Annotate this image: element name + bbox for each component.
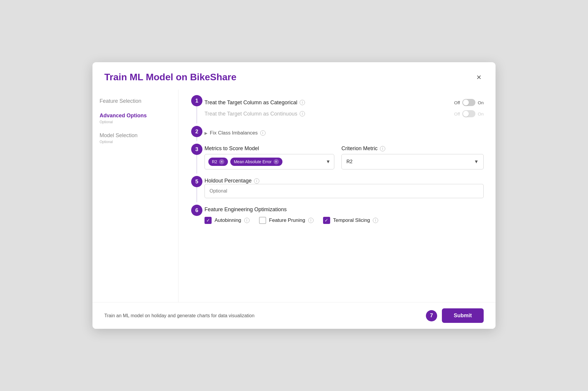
tag-mae-remove[interactable]: ×: [274, 159, 279, 164]
footer-text: Train an ML model on holiday and generat…: [104, 313, 255, 318]
step-1-left: 1: [189, 95, 204, 124]
step-1-content: Treat the Target Column as Categorical i…: [204, 95, 484, 124]
modal-header: Train ML Model on BikeShare ×: [92, 62, 496, 90]
sidebar-item-feature-selection[interactable]: Feature Selection: [100, 96, 171, 107]
step-1b-row: Treat the Target Column as Continuous i …: [204, 108, 484, 119]
criterion-value: R2: [346, 159, 352, 164]
step-3-badge: 3: [191, 144, 202, 155]
tag-r2-remove[interactable]: ×: [219, 159, 224, 164]
step-3-line: [196, 155, 197, 174]
modal-footer: Train an ML model on holiday and generat…: [92, 302, 496, 329]
step-1-line: [196, 106, 197, 124]
step-1b-toggle-wrap: Off On: [454, 110, 484, 117]
criterion-info-icon[interactable]: i: [380, 146, 385, 151]
holdout-input[interactable]: [204, 184, 484, 198]
sidebar-item-model-selection[interactable]: Model Selection Optional: [100, 130, 171, 146]
step-3-left: 3: [189, 144, 204, 174]
optional-badge: Optional: [100, 140, 171, 144]
feature-pruning-label: Feature Pruning: [269, 217, 305, 223]
step-2-line: [196, 137, 197, 141]
modal-body: Feature Selection Advanced Options Optio…: [92, 90, 496, 302]
tag-r2[interactable]: R2 ×: [208, 158, 228, 166]
step-1b-toggle[interactable]: [462, 110, 475, 117]
step-1-row: Treat the Target Column as Categorical i…: [204, 97, 484, 108]
criterion-label: Criterion Metric i: [341, 145, 484, 152]
metrics-field-group: Metrics to Score Model R2 × Mean Absolut…: [204, 145, 334, 169]
step-2-label: Fix Class Imbalances: [210, 130, 258, 136]
autobinning-info-icon[interactable]: i: [244, 218, 250, 223]
step-5-badge: 5: [191, 176, 202, 187]
step-6-content: Feature Engineering Optimizations ✓ Auto…: [204, 205, 484, 228]
criterion-field-group: Criterion Metric i R2 ▼: [341, 145, 484, 169]
step-6-wrapper: 6 Feature Engineering Optimizations ✓ Au…: [189, 205, 484, 228]
step-5-content: Holdout Percentage i: [204, 176, 484, 202]
sub-arrow-icon: ▶: [204, 131, 207, 135]
autobinning-label: Autobinning: [215, 217, 241, 223]
step-1-toggle[interactable]: [462, 99, 475, 106]
step-6-left: 6: [189, 205, 204, 228]
criterion-select[interactable]: R2 ▼: [341, 154, 484, 169]
autobinning-checkbox-item[interactable]: ✓ Autobinning i: [204, 217, 250, 224]
modal-title: Train ML Model on BikeShare: [104, 72, 237, 83]
temporal-slicing-label: Temporal Slicing: [333, 217, 370, 223]
step-1-badge: 1: [191, 95, 202, 106]
step-1-wrapper: 1 Treat the Target Column as Categorical…: [189, 95, 484, 124]
metrics-select[interactable]: R2 × Mean Absolute Error × ▼: [204, 154, 334, 169]
metrics-dropdown-arrow-icon: ▼: [326, 159, 330, 164]
feature-pruning-checkbox[interactable]: [259, 217, 266, 224]
step-2-sub-row: ▶ Fix Class Imbalances i: [204, 128, 484, 137]
step-2-content: ▶ Fix Class Imbalances i: [204, 126, 484, 141]
step-3-4-wrapper: 3 Metrics to Score Model: [189, 144, 484, 174]
content-area: 1 Treat the Target Column as Categorical…: [178, 90, 496, 302]
step-1-label: Treat the Target Column as Categorical i: [204, 97, 454, 108]
submit-button[interactable]: Submit: [442, 308, 484, 323]
metrics-criterion-row: Metrics to Score Model R2 × Mean Absolut…: [204, 145, 484, 169]
step-1b-info-icon[interactable]: i: [300, 111, 305, 116]
step-3-4-content: Metrics to Score Model R2 × Mean Absolut…: [204, 144, 484, 174]
close-button[interactable]: ×: [474, 72, 484, 83]
sidebar-item-label: Feature Selection: [100, 98, 171, 104]
feature-pruning-info-icon[interactable]: i: [308, 218, 314, 223]
sidebar: Feature Selection Advanced Options Optio…: [92, 90, 178, 302]
step-7-badge: 7: [426, 310, 437, 321]
optional-badge: Optional: [100, 120, 171, 124]
sidebar-item-label: Model Selection: [100, 132, 171, 139]
temporal-slicing-checkbox-item[interactable]: ✓ Temporal Slicing i: [323, 217, 378, 224]
step-1-toggle-knob: [463, 100, 469, 105]
step-1-info-icon[interactable]: i: [300, 100, 305, 105]
step-2-badge: 2: [191, 126, 202, 137]
tag-r2-text: R2: [212, 159, 217, 164]
feature-eng-label: Feature Engineering Optimizations: [204, 206, 484, 213]
step-2-left: 2: [189, 126, 204, 141]
sidebar-item-advanced-options[interactable]: Advanced Options Optional: [100, 110, 171, 126]
step-5-wrapper: 5 Holdout Percentage i: [189, 176, 484, 202]
holdout-label: Holdout Percentage i: [204, 178, 484, 184]
step-1b-label: Treat the Target Column as Continuous i: [204, 108, 454, 119]
step-2-info-icon[interactable]: i: [260, 130, 266, 136]
step-1-toggle-wrap: Off On: [454, 99, 484, 106]
feature-pruning-checkbox-item[interactable]: Feature Pruning i: [259, 217, 314, 224]
holdout-info-icon[interactable]: i: [254, 178, 259, 184]
tag-mae-text: Mean Absolute Error: [234, 159, 272, 164]
step-6-badge: 6: [191, 205, 202, 216]
step-1b-toggle-knob: [463, 111, 469, 117]
sidebar-item-label: Advanced Options: [100, 113, 171, 119]
steps-container: 1 Treat the Target Column as Categorical…: [189, 95, 484, 230]
metrics-label: Metrics to Score Model: [204, 145, 334, 152]
step-5-left: 5: [189, 176, 204, 202]
step-5-line: [196, 187, 197, 202]
modal: Train ML Model on BikeShare × Feature Se…: [92, 62, 496, 329]
temporal-slicing-checkbox[interactable]: ✓: [323, 217, 330, 224]
temporal-slicing-info-icon[interactable]: i: [373, 218, 378, 223]
checkboxes-row: ✓ Autobinning i Feature Pruning i: [204, 217, 484, 224]
criterion-dropdown-arrow-icon: ▼: [474, 159, 479, 164]
tag-mae[interactable]: Mean Absolute Error ×: [230, 158, 282, 166]
footer-right: 7 Submit: [426, 308, 484, 323]
step-2-wrapper: 2 ▶ Fix Class Imbalances i: [189, 126, 484, 141]
autobinning-checkbox[interactable]: ✓: [204, 217, 212, 224]
